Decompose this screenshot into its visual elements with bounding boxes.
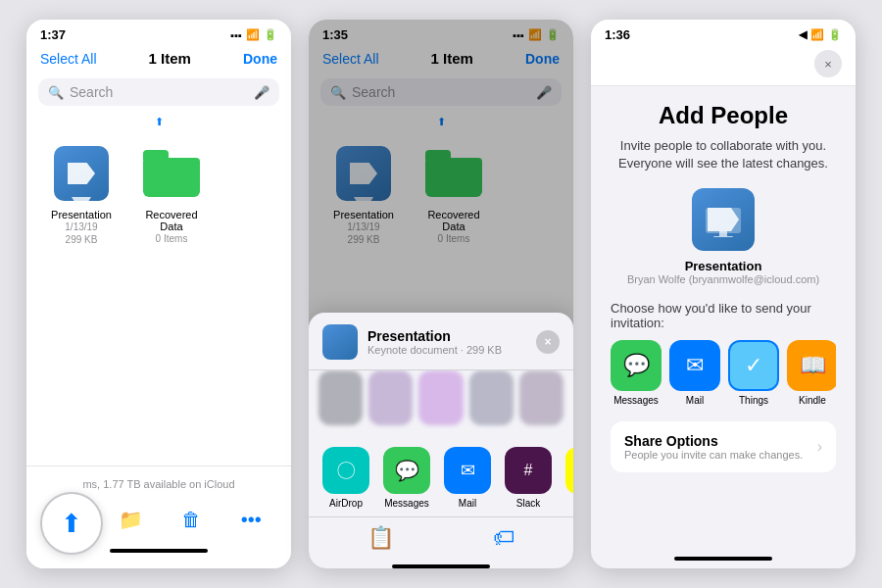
mail-label-3: Mail — [686, 395, 704, 406]
share-sheet-2: Presentation Keynote document · 299 KB ×… — [309, 313, 573, 568]
s3-app-things[interactable]: ✓ Things — [728, 340, 779, 406]
s3-file-name: Presentation — [685, 259, 762, 273]
things-icon-3: ✓ — [728, 340, 779, 391]
close-button-3[interactable]: × — [814, 50, 842, 77]
s3-app-kindle[interactable]: 📖 Kindle — [787, 340, 836, 406]
share-blur-row — [309, 370, 573, 435]
svg-rect-2 — [719, 231, 727, 236]
folder-icon-recovered-1 — [143, 150, 200, 197]
signal-icon-3: ◀ — [799, 28, 807, 41]
trash-toolbar-icon-1[interactable]: 🗑 — [173, 502, 209, 537]
file-name-1: Presentation — [51, 209, 112, 220]
sheet-action-row: 📋 🏷 — [309, 516, 573, 559]
battery-icon-3: 🔋 — [828, 28, 842, 41]
s3-app-mail[interactable]: ✉ Mail — [669, 340, 720, 406]
time-1: 1:37 — [40, 27, 66, 42]
share-sheet-title: Presentation — [368, 328, 502, 344]
select-all-btn-1[interactable]: Select All — [40, 51, 97, 67]
messages-label-3: Messages — [613, 395, 659, 406]
share-sheet-subtitle: Keynote document · 299 KB — [368, 344, 502, 356]
mail-icon-3: ✉ — [669, 340, 720, 391]
s3-share-options-text: Share Options People you invite can make… — [624, 433, 803, 461]
share-app-mail[interactable]: ✉ Mail — [440, 447, 495, 509]
share-sheet-close-btn[interactable]: × — [536, 330, 560, 354]
s3-app-messages[interactable]: 💬 Messages — [611, 340, 662, 406]
home-indicator-2 — [392, 564, 490, 568]
add-people-title-3: Add People — [611, 102, 836, 129]
share-options-sub-3: People you invite can make changes. — [624, 449, 803, 461]
s3-apps-row: 💬 Messages ✉ Mail ✓ Things 📖 Kindle T — [611, 340, 836, 406]
signal-icon: ▪▪▪ — [230, 29, 242, 41]
share-sheet-info: Presentation Keynote document · 299 KB — [368, 328, 502, 356]
home-indicator-1 — [110, 549, 208, 553]
home-indicator-3 — [674, 557, 772, 561]
share-sheet-header-2: Presentation Keynote document · 299 KB × — [309, 324, 573, 370]
blur-item-5 — [519, 370, 564, 425]
file-meta-1: 1/13/19299 KB — [65, 220, 97, 246]
things-label-3: Things — [739, 395, 768, 406]
nav-title-1: 1 Item — [149, 50, 191, 67]
airdrop-label: AirDrop — [329, 498, 363, 509]
chevron-icon-3: › — [817, 438, 822, 456]
messages-icon-3: 💬 — [611, 340, 662, 391]
share-app-snap[interactable]: 👻 Sn... — [562, 447, 573, 509]
keynote-icon-1 — [54, 146, 109, 201]
file-icon-wrap-1 — [50, 142, 113, 205]
screen3: 1:36 ◀ 📶 🔋 × Add People Invite people to… — [591, 20, 856, 568]
s3-file-icon — [692, 188, 755, 251]
slack-icon-2: # — [505, 447, 552, 494]
search-icon-1: 🔍 — [48, 85, 64, 100]
screen1: 1:37 ▪▪▪ 📶 🔋 Select All 1 Item Done 🔍 Se… — [26, 20, 291, 568]
add-people-subtitle-3: Invite people to collaborate with you. E… — [611, 137, 836, 172]
kindle-icon-3: 📖 — [787, 340, 836, 391]
copy-icon-2[interactable]: 📋 — [368, 525, 394, 551]
search-placeholder-1: Search — [70, 84, 248, 100]
status-bar-1: 1:37 ▪▪▪ 📶 🔋 — [26, 20, 291, 46]
time-3: 1:36 — [605, 27, 630, 42]
mail-label-2: Mail — [459, 498, 476, 509]
kindle-label-3: Kindle — [799, 395, 826, 406]
status-icons-3: ◀ 📶 🔋 — [799, 28, 842, 41]
share-apps-row-2: 〇 AirDrop 💬 Messages ✉ Mail # Slack 👻 — [309, 435, 573, 516]
s3-share-options[interactable]: Share Options People you invite can make… — [611, 421, 836, 472]
airdrop-icon: 〇 — [322, 447, 369, 494]
file-item-presentation-1[interactable]: Presentation 1/13/19299 KB — [42, 142, 121, 246]
s3-content: Add People Invite people to collaborate … — [591, 86, 856, 488]
share-app-slack[interactable]: # Slack — [501, 447, 556, 509]
wifi-icon-3: 📶 — [810, 28, 824, 41]
done-btn-1[interactable]: Done — [243, 51, 277, 67]
s3-send-section-title: Choose how you'd like to send your invit… — [611, 301, 836, 330]
blur-item-4 — [469, 370, 514, 425]
s3-file-preview: Presentation Bryan Wolfe (bryanmwolfe@ic… — [611, 188, 836, 285]
slack-label-2: Slack — [516, 498, 540, 509]
mail-icon-2: ✉ — [444, 447, 491, 494]
share-button-1[interactable]: ⬆ — [40, 492, 103, 555]
tag-icon-2[interactable]: 🏷 — [493, 525, 514, 551]
sync-indicator-1: ⬆ — [26, 114, 291, 134]
snap-icon-2: 👻 — [565, 447, 573, 494]
share-app-airdrop[interactable]: 〇 AirDrop — [318, 447, 373, 509]
file-item-recovered-1[interactable]: RecoveredData 0 Items — [132, 142, 211, 246]
files-grid-1: Presentation 1/13/19299 KB RecoveredData… — [26, 134, 291, 254]
file-icon-wrap-2 — [140, 142, 203, 205]
messages-icon-2: 💬 — [383, 447, 430, 494]
screen2: 1:35 ▪▪▪ 📶 🔋 Select All 1 Item Done 🔍 Se… — [309, 20, 573, 568]
wifi-icon: 📶 — [246, 28, 260, 41]
file-name-recovered-1: RecoveredData — [145, 209, 197, 232]
battery-icon: 🔋 — [264, 28, 277, 41]
file-meta-recovered-1: 0 Items — [156, 232, 188, 245]
search-bar-1[interactable]: 🔍 Search 🎤 — [38, 78, 279, 106]
mic-icon-1: 🎤 — [254, 85, 270, 100]
share-options-title-3: Share Options — [624, 433, 803, 449]
share-app-messages[interactable]: 💬 Messages — [379, 447, 434, 509]
folder-toolbar-icon-1[interactable]: 📁 — [113, 502, 148, 537]
blur-item-3 — [418, 370, 463, 425]
blur-item-1 — [318, 370, 363, 425]
blur-item-2 — [368, 370, 413, 425]
more-toolbar-icon-1[interactable]: ••• — [233, 502, 269, 537]
share-sheet-file-icon — [322, 324, 358, 360]
status-bar-3: 1:36 ◀ 📶 🔋 — [591, 20, 856, 46]
messages-label-2: Messages — [384, 498, 429, 509]
status-icons-1: ▪▪▪ 📶 🔋 — [230, 28, 277, 41]
nav-bar-1: Select All 1 Item Done — [26, 46, 291, 74]
